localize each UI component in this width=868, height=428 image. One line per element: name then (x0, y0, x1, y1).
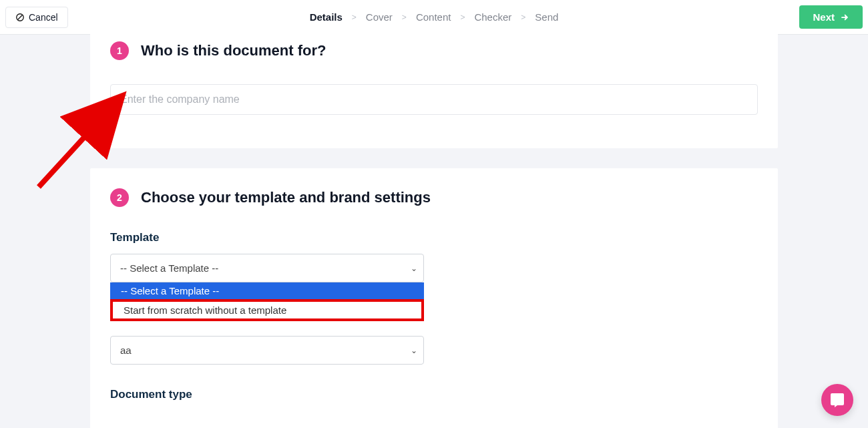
step-checker[interactable]: Checker (474, 11, 511, 23)
chevron-right-icon: > (521, 13, 525, 22)
cancel-label: Cancel (29, 12, 58, 23)
chevron-right-icon: > (460, 13, 465, 22)
section-who-for: 1 Who is this document for? (90, 28, 778, 148)
template-select-wrap: -- Select a Template -- ⌄ (110, 254, 424, 282)
content: 1 Who is this document for? 2 Choose you… (0, 28, 868, 428)
company-name-input[interactable] (110, 84, 758, 115)
step-cover[interactable]: Cover (366, 11, 393, 23)
template-option-placeholder[interactable]: -- Select a Template -- (110, 282, 424, 299)
cancel-button[interactable]: Cancel (5, 7, 68, 28)
section-2-title: Choose your template and brand settings (141, 189, 431, 206)
step-details[interactable]: Details (310, 11, 343, 23)
section-2-header: 2 Choose your template and brand setting… (110, 188, 758, 207)
section-1-title: Who is this document for? (141, 42, 326, 59)
section-1-header: 1 Who is this document for? (110, 41, 758, 60)
cancel-icon (15, 13, 25, 22)
template-select[interactable]: -- Select a Template -- (110, 254, 424, 282)
step-badge-2: 2 (110, 188, 129, 207)
brand-select[interactable]: aa (110, 336, 424, 365)
chevron-right-icon: > (352, 13, 357, 22)
breadcrumb: Details > Cover > Content > Checker > Se… (310, 11, 559, 23)
template-options-list: -- Select a Template -- Start from scrat… (110, 282, 424, 321)
section-template: 2 Choose your template and brand setting… (90, 168, 778, 428)
step-badge-1: 1 (110, 41, 129, 60)
svg-line-1 (18, 15, 22, 19)
step-content[interactable]: Content (416, 11, 451, 23)
chat-widget-button[interactable] (821, 384, 853, 416)
step-send[interactable]: Send (535, 11, 558, 23)
arrow-right-icon (840, 13, 849, 22)
chat-icon (829, 392, 845, 408)
next-label: Next (813, 11, 835, 23)
template-label: Template (110, 231, 758, 244)
document-type-label: Document type (110, 388, 758, 401)
next-button[interactable]: Next (799, 5, 863, 29)
chevron-right-icon: > (402, 13, 407, 22)
template-option-scratch[interactable]: Start from scratch without a template (110, 299, 424, 321)
brand-select-wrap: aa ⌄ (110, 336, 424, 365)
